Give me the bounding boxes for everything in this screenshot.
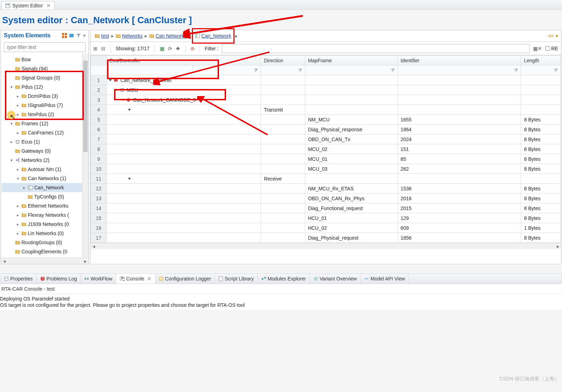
tree-tri-icon[interactable] <box>115 89 118 91</box>
tree-item[interactable]: ▸NmPdus (2) <box>2 110 88 119</box>
expander-icon[interactable]: ▸ <box>16 229 20 238</box>
expander-icon[interactable]: ▸ <box>16 201 20 210</box>
table-row[interactable]: 13OBD_ON_CAN_Rx_Phys20168 Bytes <box>91 194 561 203</box>
table-row[interactable]: 15HCU_011298 Bytes <box>91 213 561 223</box>
tree-item[interactable]: RoutingGroups (0) <box>2 238 88 247</box>
nav-drop-icon[interactable]: ▾ <box>556 33 558 39</box>
nav-back-icon[interactable]: ⇦ <box>548 32 554 40</box>
bottom-tab-script-library[interactable]: Script Library <box>215 274 257 284</box>
expander-icon[interactable]: ▸ <box>16 128 20 137</box>
breadcrumb-item[interactable]: Can_Network <box>192 28 235 44</box>
tree-item[interactable]: Signals (94) <box>2 64 88 73</box>
re-checkbox-input[interactable] <box>545 46 550 51</box>
table-row[interactable]: 17Diag_Physical_request18568 Bytes <box>91 233 561 243</box>
system-elements-tree[interactable]: BswSignals (94)Signal Groups (0)▾Pdus (1… <box>1 53 88 258</box>
bottom-tab-variant-overview[interactable]: Variant Overview <box>310 274 361 284</box>
tree-item[interactable]: ▸Can_Network <box>2 183 88 192</box>
tree-item[interactable]: CouplingElements (0 <box>2 247 88 256</box>
close-icon[interactable]: ✕ <box>46 3 51 8</box>
table-row[interactable]: 3Can_Network_CANNODE_0 <box>91 95 561 105</box>
scroll-left-icon[interactable]: ◂ <box>90 243 97 249</box>
scroll-right-icon[interactable]: ▸ <box>555 243 561 249</box>
export-excel-icon[interactable]: ▦ <box>160 46 164 51</box>
tree-item[interactable]: ▸Flexray Networks ( <box>2 210 88 220</box>
sync-icon[interactable]: ❖ <box>176 46 180 51</box>
bottom-tab-modules-explorer[interactable]: Modules Explorer <box>258 274 310 284</box>
tree-item[interactable]: ▸Ethernet Networks <box>2 201 88 210</box>
breadcrumb-item[interactable]: Networks <box>114 33 144 39</box>
expander-icon[interactable]: ▾ <box>10 82 14 91</box>
expander-icon[interactable]: ▸ <box>16 220 20 229</box>
proj-icon[interactable] <box>69 33 74 38</box>
scroll-right-icon[interactable]: ▸ <box>82 258 88 264</box>
tree-item[interactable]: Bsw <box>2 55 88 64</box>
editor-tab-system[interactable]: System Editor ✕ <box>1 1 55 10</box>
table-row[interactable]: 16HCU_026091 Bytes <box>91 223 561 233</box>
breadcrumb-item[interactable]: Can Networks <box>148 33 188 39</box>
bottom-tab-problems-log[interactable]: !Problems Log <box>37 274 81 284</box>
expander-icon[interactable]: ▾ <box>10 156 14 165</box>
tree-item[interactable]: ▸Autosar Nm (1) <box>2 165 88 174</box>
tree-item[interactable]: TpConfigs (0) <box>2 192 88 201</box>
tree-item[interactable]: Signal Groups (0) <box>2 73 88 82</box>
breadcrumb-item[interactable]: test <box>93 33 111 39</box>
dropdown-caret-icon[interactable]: ▾ <box>83 33 86 38</box>
grid-icon[interactable] <box>62 33 67 38</box>
bottom-tab-model-api-view[interactable]: Model API View <box>361 274 409 284</box>
scroll-left-icon[interactable]: ◂ <box>1 258 7 264</box>
filter-clear-icon[interactable]: ▦✕ <box>533 46 542 51</box>
table-filter-input[interactable] <box>222 44 529 53</box>
expander-icon[interactable]: ▸ <box>16 210 20 220</box>
column-header[interactable]: MapFrame <box>305 56 398 65</box>
expander-icon[interactable]: ▸ <box>16 101 20 110</box>
expander-icon[interactable]: ▾ <box>10 119 14 128</box>
tree-item[interactable]: ▾Pdus (12) <box>2 82 88 91</box>
table-row[interactable]: 9MCU_01858 Bytes <box>91 154 561 164</box>
table-row[interactable]: 14Diag_Functional_request20158 Bytes <box>91 203 561 213</box>
tree-item[interactable]: ▸J1939 Networks (0 <box>2 220 88 229</box>
tree-item[interactable]: ▸ISignalIPdus (7) <box>2 101 88 110</box>
column-header[interactable]: Length <box>521 56 561 65</box>
tree-item[interactable]: ▸CanFrames (12) <box>2 128 88 137</box>
tree-item[interactable]: ▾Networks (2) <box>2 156 88 165</box>
table-row[interactable]: 1Can_Network_Channel <box>91 75 561 85</box>
column-filter-icon[interactable]: ⧩ <box>298 67 302 73</box>
column-header[interactable]: Ecu/Controller <box>107 56 261 65</box>
expander-icon[interactable]: ▸ <box>16 91 20 101</box>
column-header[interactable]: Direction <box>261 56 305 65</box>
tree-hscrollbar[interactable]: ◂ ▸ <box>1 258 88 264</box>
table-row[interactable]: 6Diag_Physical_response18648 Bytes <box>91 125 561 134</box>
column-filter-icon[interactable]: ⧩ <box>514 67 518 73</box>
refresh-icon[interactable]: ⟳ <box>168 46 172 51</box>
table-row[interactable]: 5NM_MCU16558 Bytes <box>91 115 561 125</box>
expand-all-icon[interactable]: ⊞ <box>93 46 98 51</box>
re-checkbox[interactable]: RE <box>545 46 558 51</box>
expander-icon[interactable]: ▸ <box>16 165 20 174</box>
table-row[interactable]: 11Receive <box>91 174 561 184</box>
tree-vscrollbar[interactable] <box>82 53 88 258</box>
column-filter-icon[interactable]: ⧩ <box>391 67 395 73</box>
bottom-tab-properties[interactable]: Properties <box>0 274 37 284</box>
expander-icon[interactable]: ▸ <box>22 183 26 192</box>
tree-tri-icon[interactable] <box>109 79 112 81</box>
table-hscrollbar[interactable]: ◂ ▸ <box>90 243 561 249</box>
table-row[interactable]: 10MCU_032628 Bytes <box>91 164 561 174</box>
column-header[interactable] <box>91 56 107 65</box>
filter-drop-icon[interactable] <box>76 33 81 38</box>
table-row[interactable]: 7OBD_ON_CAN_Tx20248 Bytes <box>91 134 561 144</box>
close-icon[interactable]: ✕ <box>147 276 151 282</box>
table-row[interactable]: 2MCU <box>91 85 561 95</box>
expander-icon[interactable]: ▸ <box>16 110 20 119</box>
column-header[interactable]: Identifier <box>398 56 521 65</box>
table-row[interactable]: 12NM_MCU_Rx_ETAS15368 Bytes <box>91 184 561 194</box>
bottom-tab-workflow[interactable]: WorkFlow <box>81 274 116 284</box>
table-row[interactable]: 8MCU_021518 Bytes <box>91 144 561 154</box>
column-filter-icon[interactable]: ⧩ <box>254 67 258 73</box>
tree-item[interactable]: ▸DcmIPdus (3) <box>2 91 88 101</box>
collapse-all-icon[interactable]: ⊟ <box>101 46 105 51</box>
tree-tri-icon[interactable] <box>128 178 131 179</box>
tree-item[interactable]: Gateways (0) <box>2 146 88 156</box>
tree-item[interactable]: ▾Frames (12) <box>2 119 88 128</box>
tree-filter-input[interactable] <box>4 42 86 52</box>
tree-item[interactable]: ▸Lin Networks (0) <box>2 229 88 238</box>
